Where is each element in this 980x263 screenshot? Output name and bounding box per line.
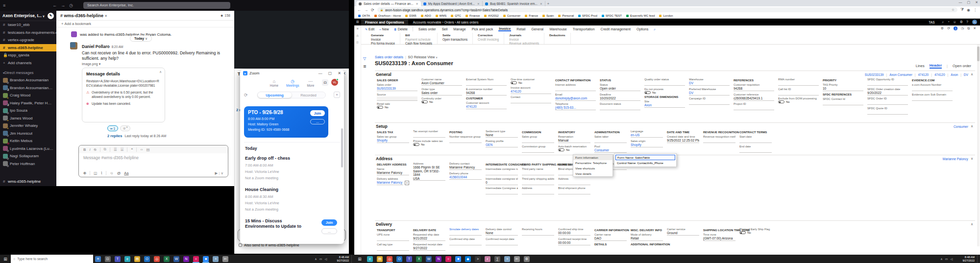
toggle-continuity-order[interactable]: No xyxy=(421,100,462,103)
view-name[interactable]: SO Release View xyxy=(408,55,435,59)
taskbar-icon-word[interactable]: W xyxy=(424,255,434,263)
taskbar-icon-teams[interactable]: T xyxy=(113,255,122,263)
dm-item-ipo-souza[interactable]: Ipo Souza xyxy=(0,107,56,115)
join-button[interactable]: Join xyxy=(321,219,337,226)
tab-home[interactable]: ⌂Home xyxy=(270,79,278,87)
workspace-switcher[interactable]: Axon Enterprise, I... ∨ ✎ xyxy=(0,11,56,21)
sidebar-item-testcases-for-requirements-d[interactable]: #testcases-for-requirements-d... xyxy=(0,29,56,37)
bookmark-oneaxon-home[interactable]: OneAxon - Home xyxy=(374,14,401,17)
view-tab-header[interactable]: Header xyxy=(930,63,942,69)
thread-replies-link[interactable]: 2 replies Last reply today at 8:26 AM xyxy=(107,134,229,138)
bell-icon[interactable]: ◔ xyxy=(947,20,949,24)
context-menu-item-view-shortcuts[interactable]: View shortcuts xyxy=(573,166,612,171)
profile-avatar[interactable]: ◉ xyxy=(967,8,970,12)
view-tab-lines[interactable]: Lines xyxy=(916,64,925,68)
favorites-star-icon[interactable]: ☆ xyxy=(356,41,359,45)
bullet-list-icon[interactable]: ☱ xyxy=(121,147,124,152)
back-icon[interactable]: ← xyxy=(357,8,361,12)
format-icon[interactable]: Aa xyxy=(124,171,128,175)
start-button[interactable]: ⊞ xyxy=(0,257,11,262)
bookmark-wms[interactable]: WMS xyxy=(436,14,447,17)
link-pool[interactable]: Consumer xyxy=(594,148,627,153)
collapse-icon[interactable]: ∨ xyxy=(971,157,973,161)
tab-pick-and-pack[interactable]: Pick and pack xyxy=(471,27,494,31)
dm-item-haley-pawlik-peter-hoffman[interactable]: 2Haley Pawlik, Peter Hoffman xyxy=(0,99,56,107)
reload-icon[interactable]: ⟳ xyxy=(371,8,374,12)
tab-sell[interactable]: Sell xyxy=(441,27,448,31)
codeblock-icon[interactable]: ▤ xyxy=(146,147,149,152)
toggle-one-time-customer[interactable]: No xyxy=(511,81,551,84)
close-icon[interactable]: ✕ xyxy=(975,0,978,4)
meeting-item-15-mins-discuss-environments-to-update-to[interactable]: 15 Mins - Discuss Environments to Update… xyxy=(245,218,332,229)
dm-item-peter-hoffman[interactable]: Peter Hoffman xyxy=(0,160,56,168)
taskbar-icon-onenote[interactable]: N xyxy=(181,255,191,263)
collapse-icon[interactable]: ∧ xyxy=(971,124,973,128)
dm-item-craig-wood[interactable]: Craig Wood xyxy=(0,92,56,99)
summary-chip-dv[interactable]: DV xyxy=(964,73,968,76)
form-caption-link[interactable]: Sales order details xyxy=(375,55,403,59)
toggle-auto-batch-reservation[interactable]: No xyxy=(558,148,590,151)
close-tab-icon[interactable]: ✕ xyxy=(477,2,480,5)
dm-section-header[interactable]: ▾ Direct messages xyxy=(0,69,56,76)
taskbar-icon-edge[interactable]: e xyxy=(365,255,375,263)
taskbar-icon-word[interactable]: W xyxy=(172,255,181,263)
context-menu-item-view-details[interactable]: View details xyxy=(573,171,612,176)
link-delivery-phone[interactable]: 4156010044 xyxy=(449,175,482,180)
volume-icon[interactable]: ◁ xyxy=(950,257,953,261)
avatar[interactable]: VL xyxy=(972,20,977,24)
tab-upcoming[interactable]: Upcoming xyxy=(258,92,292,98)
meeting-item-house-cleaning[interactable]: House Cleaning8:00 AM-8:30 AMHost: Victo… xyxy=(245,187,332,212)
taskbar-icon-calculator[interactable]: ∑ xyxy=(492,255,502,263)
dm-item-jennifer-whaley[interactable]: Jennifer Whaley xyxy=(0,122,56,130)
link-preferred-warehouse[interactable]: DV xyxy=(689,91,730,96)
company-badge[interactable]: TAS xyxy=(929,21,934,24)
member-count[interactable]: ☻ 158 xyxy=(220,14,230,17)
summary-chip-474120[interactable]: 474120 xyxy=(918,73,929,76)
dm-item-keltin-mebus[interactable]: ⊘Keltin Mebus xyxy=(0,137,56,145)
taskbar-icon-snip[interactable]: ✄ xyxy=(220,255,230,263)
ordered-list-icon[interactable]: ☰ xyxy=(114,147,117,152)
taskbar-icon-notepad[interactable]: ≡ xyxy=(211,255,220,263)
link-customer-account[interactable]: 474120 xyxy=(466,105,507,109)
blockquote-icon[interactable]: ❝ xyxy=(131,147,133,152)
toggle-planned-early-ship-flag[interactable]: No xyxy=(739,231,772,234)
section-header-setup[interactable]: SetupConsumer∧ xyxy=(375,123,975,130)
taskbar-icon-excel[interactable]: X xyxy=(162,255,172,263)
bold-icon[interactable]: B xyxy=(83,147,86,152)
meeting-item-early-drop-off-chess[interactable]: Early drop off - chess7:00 AM-8:00 AMHos… xyxy=(245,156,332,180)
history-icon[interactable]: ◷ xyxy=(69,3,73,8)
taskbar-icon-weather[interactable]: ☀ xyxy=(93,255,103,263)
checkbox[interactable] xyxy=(239,243,242,247)
taskbar-icon-outlook[interactable]: O xyxy=(394,255,404,263)
tab-manage[interactable]: Manage xyxy=(453,27,466,31)
feedback-icon[interactable]: ☺ xyxy=(953,20,956,24)
summary-chip-consumer[interactable]: Consumer xyxy=(954,125,968,128)
browser-tab-bug-68481-spanish-invoice-em[interactable]: Bug 68481: Spanish invoice em...✕ xyxy=(483,1,545,6)
add-channels-button[interactable]: + Add channels xyxy=(0,59,56,67)
close-tab-icon[interactable]: ✕ xyxy=(540,2,542,5)
bookmark-london[interactable]: London xyxy=(659,14,673,17)
bookmark-ado[interactable]: ADO xyxy=(421,14,431,17)
link-invoice-account[interactable]: 474120 xyxy=(511,90,551,94)
delete-button[interactable]: 🗑Delete xyxy=(394,27,408,31)
taskbar-icon-teams[interactable]: T xyxy=(404,255,414,263)
gear-icon[interactable]: ⚙ xyxy=(941,26,944,30)
new-tab-button[interactable]: + xyxy=(545,1,551,6)
dm-item-lyudmila-lazarova-lucy[interactable]: Lyudmila Lazarova (Lucy) xyxy=(0,145,56,153)
sidebar-item-wms-d365-helpline[interactable]: #wms-d365-helpline xyxy=(0,44,56,52)
collapse-icon[interactable]: ∧ xyxy=(159,70,162,74)
taskbar-icon-zoom[interactable]: ■ xyxy=(453,255,463,263)
url-bar[interactable]: 🔒 axon-fusion-stage.sandbox.operations.d… xyxy=(377,7,957,12)
tab-sales-order[interactable]: Sales order xyxy=(418,27,437,31)
ribbon-item-invoice[interactable]: Invoice xyxy=(371,38,395,42)
taskbar-icon-outlook[interactable]: O xyxy=(142,255,152,263)
section-header-general[interactable]: GeneralSUS0233139|Axon Consumer|474120|4… xyxy=(375,71,975,78)
clock[interactable]: 8:48 AM 9/27/2022 xyxy=(329,256,349,262)
link-language[interactable]: en-US xyxy=(631,133,663,138)
new-button[interactable]: +New xyxy=(379,27,389,31)
view-tab-open-order[interactable]: Open order xyxy=(953,64,971,68)
taskbar-icon-chrome[interactable]: ◎ xyxy=(152,255,162,263)
message-input[interactable]: Message #wms-d365-helpline xyxy=(79,153,228,162)
hamburger-icon[interactable]: ≡ xyxy=(356,27,358,30)
toggle-do-not-process[interactable]: No xyxy=(644,91,685,94)
